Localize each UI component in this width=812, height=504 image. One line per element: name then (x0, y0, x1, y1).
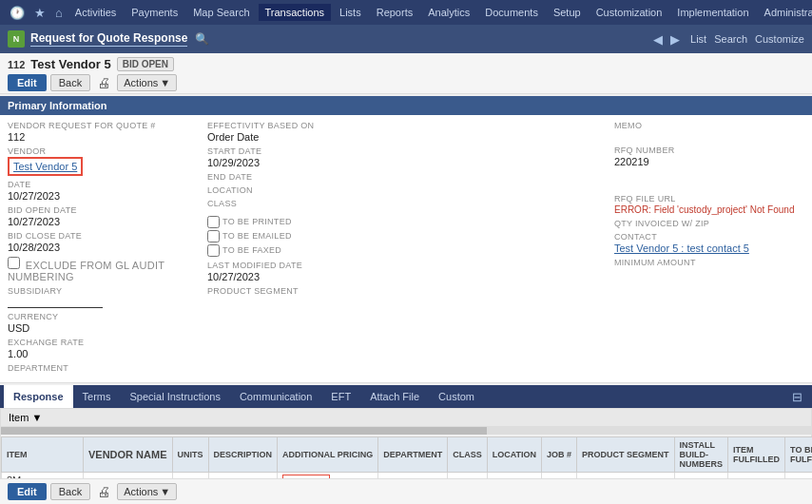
nav-implementation[interactable]: Implementation (670, 4, 755, 21)
start-date-field: START DATE 10/29/2023 (207, 146, 397, 168)
bottom-actions-label: Actions (124, 486, 158, 497)
nav-payments[interactable]: Payments (125, 4, 184, 21)
tab-collapse-icon[interactable]: ⊟ (786, 386, 808, 408)
tab-eft[interactable]: EFT (321, 385, 360, 408)
col4: MEMO RFQ NUMBER 220219 RFQ FILE URL ERRO… (614, 121, 804, 377)
contact-value[interactable]: Test Vendor 5 : test contact 5 (614, 242, 804, 254)
product-segment-field: PRODUCT SEGMENT (207, 286, 397, 296)
clock-icon[interactable]: 🕐 (6, 4, 29, 22)
class-label: CLASS (207, 199, 397, 208)
qty-invoiced-field: QTY INVOICED W/ ZIP (614, 219, 804, 228)
rfq-file-error: ERROR: Field 'custody_project' Not Found (614, 204, 804, 215)
star-icon[interactable]: ★ (30, 4, 49, 22)
vendor-field: VENDOR Test Vendor 5 (8, 146, 198, 176)
to-be-printed-label: TO BE PRINTED (222, 217, 292, 226)
exclude-label: EXCLUDE FROM GL AUDIT NUMBERING (8, 257, 198, 282)
edit-button[interactable]: Edit (8, 74, 47, 91)
bottom-actions-button[interactable]: Actions ▼ (117, 483, 177, 500)
sublist-horizontal-scrollbar[interactable] (1, 427, 811, 435)
bottom-print-icon[interactable]: 🖨 (94, 483, 113, 500)
department-field: DEPARTMENT (8, 363, 198, 373)
tab-special-instructions[interactable]: Special Instructions (121, 385, 230, 408)
memo-label: MEMO (614, 121, 804, 130)
breadcrumb-search-icon[interactable]: 🔍 (195, 32, 209, 46)
bid-close-field: BID CLOSE DATE 10/28/2023 (8, 231, 198, 253)
primary-section-header: Primary Information (0, 96, 812, 115)
last-modified-label: LAST MODIFIED DATE (207, 261, 397, 270)
vendor-request-label: VENDOR REQUEST FOR QUOTE # (8, 121, 198, 130)
tab-response[interactable]: Response (4, 385, 73, 408)
record-name: Test Vendor 5 (30, 57, 110, 71)
tab-terms[interactable]: Terms (73, 385, 121, 408)
scrollbar-thumb[interactable] (1, 427, 487, 435)
nav-admin[interactable]: Administration and Controls (758, 4, 812, 21)
breadcrumb-bar: N Request for Quote Response 🔍 ◀ ▶ List … (0, 25, 812, 53)
bottom-edit-button[interactable]: Edit (8, 483, 47, 500)
date-label: DATE (8, 180, 198, 189)
nav-lists[interactable]: Lists (333, 4, 368, 21)
to-be-faxed-label: TO BE FAXED (222, 245, 281, 255)
actions-button[interactable]: Actions ▼ (117, 74, 177, 91)
print-icon[interactable]: 🖨 (94, 74, 113, 91)
search-link[interactable]: Search (714, 33, 747, 45)
bottom-actions-chevron-icon: ▼ (160, 486, 170, 497)
nav-transactions[interactable]: Transactions (259, 4, 332, 21)
bid-close-value: 10/28/2023 (8, 242, 198, 253)
bottom-toolbar: Edit Back 🖨 Actions ▼ (0, 478, 812, 504)
vendor-label: VENDOR (8, 146, 198, 156)
bottom-back-button[interactable]: Back (50, 483, 90, 500)
tab-attach-file[interactable]: Attach File (360, 385, 429, 408)
actions-label: Actions (124, 77, 158, 88)
nav-activities[interactable]: Activities (68, 4, 123, 21)
exchange-rate-field: EXCHANGE RATE 1.00 (8, 338, 198, 359)
bid-open-label: BID OPEN DATE (8, 205, 198, 215)
rfq-number-value: 220219 (614, 156, 804, 167)
record-id: 112 (8, 59, 25, 70)
nav-reports[interactable]: Reports (370, 4, 420, 21)
customize-link[interactable]: Customize (755, 33, 804, 45)
col-product-segment: PRODUCT SEGMENT (577, 437, 675, 473)
currency-label: CURRENCY (8, 312, 198, 321)
back-button[interactable]: Back (50, 74, 90, 91)
to-be-emailed-checkbox[interactable] (207, 230, 220, 242)
exchange-rate-value: 1.00 (8, 348, 198, 359)
tab-custom[interactable]: Custom (429, 385, 484, 408)
date-value: 10/27/2023 (8, 190, 198, 202)
col-description: DESCRIPTION (208, 437, 278, 473)
top-navigation: 🕐 ★ ⌂ Activities Payments Map Search Tra… (0, 0, 812, 25)
currency-field: CURRENCY USD (8, 312, 198, 334)
tabs-bar: Response Terms Special Instructions Comm… (0, 385, 812, 408)
bid-open-field: BID OPEN DATE 10/27/2023 (8, 205, 198, 227)
product-segment-label: PRODUCT SEGMENT (207, 286, 397, 296)
col-item-fulfilled: ITEMFULFILLED (728, 437, 785, 473)
vendor-value[interactable]: Test Vendor 5 (8, 157, 83, 176)
col-location: LOCATION (487, 437, 541, 473)
to-be-faxed-checkbox[interactable] (207, 244, 220, 257)
last-modified-value: 10/27/2023 (207, 271, 397, 282)
nav-analytics[interactable]: Analytics (421, 4, 476, 21)
col2: EFFECTIVITY BASED ON Order Date START DA… (207, 121, 397, 377)
qty-invoiced-label: QTY INVOICED W/ ZIP (614, 219, 804, 228)
class-field: CLASS (207, 199, 397, 208)
location-field: LOCATION (207, 185, 397, 195)
next-arrow[interactable]: ▶ (667, 31, 683, 48)
department-label: DEPARTMENT (8, 363, 198, 373)
tab-communication[interactable]: Communication (230, 385, 321, 408)
nav-documents[interactable]: Documents (478, 4, 545, 21)
nav-map-search[interactable]: Map Search (186, 4, 256, 21)
prev-arrow[interactable]: ◀ (650, 31, 666, 48)
home-icon[interactable]: ⌂ (51, 4, 67, 22)
effectivity-value: Order Date (207, 131, 397, 143)
last-modified-field: LAST MODIFIED DATE 10/27/2023 (207, 261, 397, 282)
actions-chevron-icon: ▼ (160, 77, 170, 88)
exclude-checkbox[interactable] (8, 257, 20, 269)
list-link[interactable]: List (690, 33, 706, 45)
rfq-file-label: RFQ FILE URL (614, 194, 804, 204)
sublist-item-label[interactable]: Item ▼ (9, 412, 42, 423)
memo-field: MEMO (614, 121, 804, 130)
nav-customization[interactable]: Customization (590, 4, 669, 21)
record-header: 112 Test Vendor 5 BID OPEN Edit Back 🖨 A… (0, 53, 812, 94)
minimum-amount-label: MINIMUM AMOUNT (614, 258, 804, 267)
nav-setup[interactable]: Setup (547, 4, 588, 21)
to-be-printed-checkbox[interactable] (207, 216, 220, 228)
